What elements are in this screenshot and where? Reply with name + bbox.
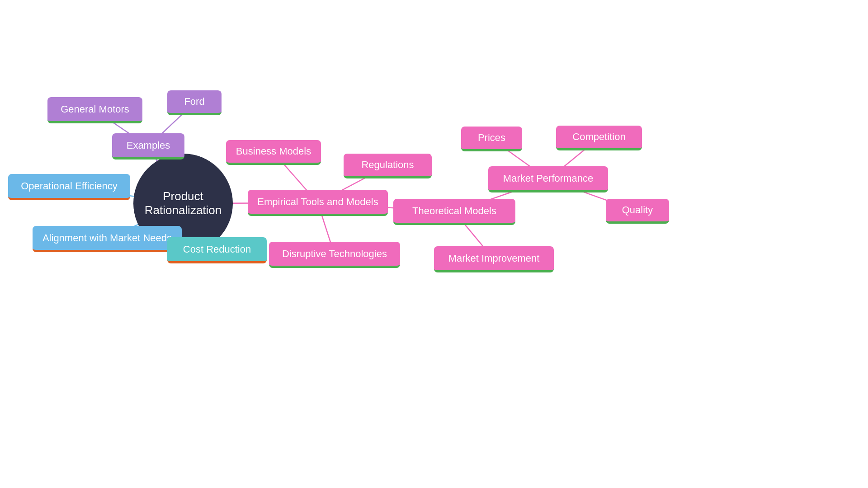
node-empirical-tools: Empirical Tools and Models: [248, 190, 388, 216]
node-alignment-market-needs: Alignment with Market Needs: [33, 226, 182, 252]
node-market-performance: Market Performance: [488, 166, 608, 192]
node-business-models: Business Models: [226, 140, 321, 165]
node-regulations: Regulations: [344, 154, 432, 178]
node-general-motors: General Motors: [47, 97, 142, 123]
node-market-improvement: Market Improvement: [434, 246, 554, 272]
node-theoretical-models: Theoretical Models: [393, 199, 515, 225]
node-competition: Competition: [556, 126, 642, 150]
node-quality: Quality: [606, 199, 669, 224]
node-prices: Prices: [461, 127, 522, 151]
node-disruptive-tech: Disruptive Technologies: [269, 242, 400, 268]
node-cost-reduction: Cost Reduction: [167, 237, 267, 263]
mindmap-canvas: Product RationalizationGeneral MotorsFor…: [0, 0, 868, 488]
node-operational-efficiency: Operational Efficiency: [8, 174, 130, 200]
node-ford: Ford: [167, 90, 222, 115]
node-examples: Examples: [112, 133, 184, 160]
